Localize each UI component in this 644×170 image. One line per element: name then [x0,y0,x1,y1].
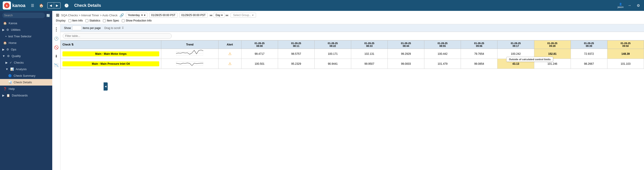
nav-forward-button[interactable]: ▶ [54,3,60,8]
date-range-label: Yesterday [128,13,140,17]
logo: k kanoa [3,1,26,9]
check-name-button-0[interactable]: Main - Main Motor Amps [62,51,159,56]
item-icon: ▪ [6,35,6,38]
alert-cell-0: ⚠ [218,49,241,59]
chart-side-button[interactable]: 📉 [53,62,60,68]
date-col-6: 01-28-25 09:06 [461,41,498,49]
sidebar-item-help[interactable]: ❓ Help [0,85,52,92]
day-next-button[interactable]: ⏭ [226,13,229,17]
display-label: Display [56,19,66,22]
sub-toolbar: Show 15 items per page Drag to scroll ⠿ [60,24,644,32]
data-table: Check ⇅ Trend Alert 01-28-25 08:00 01-28… [60,40,644,69]
value-cell-1-3: 99.9507 [351,59,388,69]
group-select-dropdown[interactable]: Select Group... ▾ [230,13,256,18]
date-from-field[interactable]: 01/28/25 00:00 PST [149,13,178,18]
sidebar-item-dashboards[interactable]: ▶ 📋 Dashboards [0,92,52,99]
statistics-checkbox[interactable] [86,19,88,22]
history-button[interactable]: 🕐 [63,2,70,9]
chevron-down-icon: ▾ [144,13,146,17]
search-input[interactable] [2,13,45,18]
date-to-value: 01/29/25 00:00 PST [181,13,206,17]
trend-column-header: Trend [161,41,218,49]
sidebar-item-label: Help [9,87,15,90]
grid-icon: ⊞ [56,13,59,18]
check-name-button-1[interactable]: Main - Main Pressure Inlet Oil [62,61,159,66]
sidebar-item-check-summary[interactable]: 🔵 Check Summary [0,73,52,79]
hamburger-menu-button[interactable]: ☰ [30,2,36,9]
value-cell-0-1: 98.5757 [278,49,314,59]
history-side-button[interactable]: 🕐 [53,36,60,42]
item-spec-label: Item Spec [107,19,119,22]
search-icon: 🔄 [46,14,50,17]
sidebar-item-home[interactable]: 🏠 Home [0,40,52,46]
expand-icon: ▶ [2,48,4,51]
cancel-side-button[interactable]: 🚫 [53,44,60,51]
drag-label: Drag to scroll [104,26,120,30]
sidebar-item-kanoa[interactable]: 🏠 Kanoa [0,20,52,26]
expand-icon: ▶ [6,61,8,64]
date-col-2: 01-28-25 08:22 [314,41,351,49]
items-per-page-label: items per page [83,26,101,30]
sidebar-item-test-tree-selector[interactable]: ▪ test Tree Selector [0,33,52,40]
sidebar-item-label: Ops [11,48,16,51]
checkbox-item-info[interactable]: Item Info [68,19,83,22]
item-info-checkbox[interactable] [68,19,71,22]
check-name-cell-1: Main - Main Pressure Inlet Oil [61,59,161,69]
breadcrumb: SQA Checks > Interval Timer > Auto Check [61,13,118,17]
dashboard-icon: 📋 [6,94,10,97]
sidebar-item-quality[interactable]: ▼ ⚙ Quality [0,53,52,59]
date-col-0: 01-28-25 08:00 [241,41,278,49]
filter-table-input[interactable] [63,33,172,39]
toolbar: ⊞ SQA Checks > Interval Timer > Auto Che… [52,11,644,24]
top-nav-right: 👤 jason → ⚙ [618,2,641,9]
value-cell-0-4: 99.2929 [388,49,424,59]
value-cell-1-0: 100.501 [241,59,278,69]
home-nav-button[interactable]: 🏠 [38,2,45,9]
item-spec-checkbox[interactable] [103,19,106,22]
expand-icon: ▶ [2,28,4,31]
date-range-dropdown[interactable]: Yesterday ✕ ▾ [126,13,148,18]
sidebar-collapse-button[interactable]: ◀ [104,83,108,90]
day-select-dropdown[interactable]: Day ▾ [214,13,225,18]
value-cell-0-10: 148.39 [607,49,644,59]
date-col-10: 01-28-25 09:50 [607,41,644,49]
help-icon: ❓ [3,87,7,90]
user-name: jason [618,6,624,8]
sidebar-item-analysis[interactable]: ▼ 📊 Analysis [0,66,52,73]
value-cell-0-3: 102.131 [351,49,388,59]
login-button[interactable]: → [626,2,633,8]
settings-button[interactable]: ⚙ [635,2,641,9]
value-cell-0-6: 79.7654 [461,49,498,59]
date-col-4: 01-28-25 08:44 [388,41,424,49]
show-production-checkbox[interactable] [122,19,125,22]
checkbox-statistics[interactable]: Statistics [86,19,100,22]
sidebar-item-utilities[interactable]: ▶ ⚙ Utilities [0,26,52,33]
dots-menu-button[interactable] [55,26,58,33]
sidebar-item-ops[interactable]: ▶ ⚙ Ops [0,46,52,53]
show-label: Show [64,26,71,30]
date-col-1: 01-28-25 08:11 [278,41,314,49]
day-prev-button[interactable]: ⏮ [210,13,212,17]
items-count-input[interactable]: 15 [72,26,81,30]
user-icon: 👤 [619,3,622,6]
check-column-header: Check ⇅ [61,41,161,49]
date-col-3: 01-28-25 08:33 [351,41,388,49]
table-header-row: Check ⇅ Trend Alert 01-28-25 08:00 01-28… [61,41,644,49]
user-area: 👤 jason [618,3,624,8]
expand-icon: ▼ [2,54,5,58]
checkbox-show-production[interactable]: Show Production Info [122,19,152,22]
sort-icon[interactable]: ⇅ [71,43,74,46]
date-to-field[interactable]: 01/29/25 00:00 PST [179,13,208,18]
sidebar-item-checks[interactable]: ▶ ✓ Checks [0,59,52,66]
value-cell-0-0: 99.4717 [241,49,278,59]
value-cell-1-4: 99.0003 [388,59,424,69]
download-side-button[interactable]: ⬇ [54,53,58,59]
sidebar: 🔄 🏠 Kanoa ▶ ⚙ Utilities ▪ test Tree Sele… [0,11,52,170]
table-row: Main - Main Pressure Inlet Oil [61,59,644,69]
sidebar-item-check-details[interactable]: 📊 Check Details [0,79,52,85]
checkbox-item-spec[interactable]: Item Spec [103,19,119,22]
nav-back-button[interactable]: ◀ [48,3,54,8]
home-icon: 🏠 [3,41,7,45]
value-cell-0-9: 72.9372 [571,49,607,59]
alert-icon-1: ⚠ [228,62,232,66]
